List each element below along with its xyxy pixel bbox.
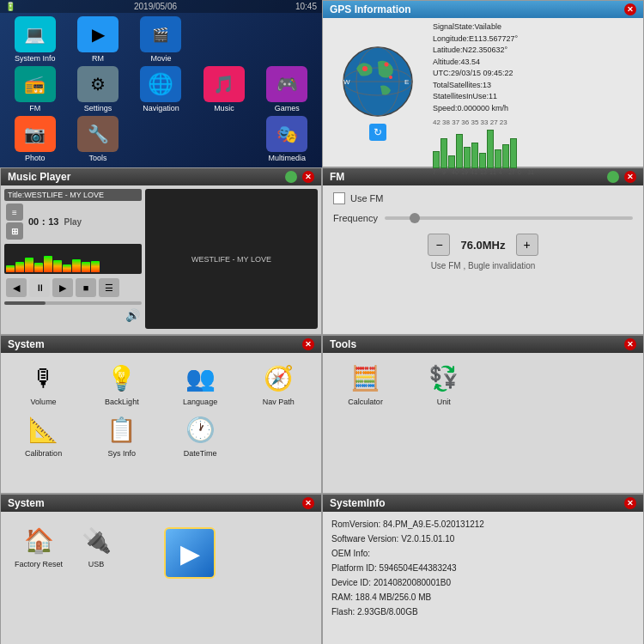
- app-tile-tools[interactable]: 🔧 Tools: [68, 116, 127, 162]
- fm-note-text: Use FM , Bugle invalidation: [333, 261, 633, 270]
- music-volume-icon[interactable]: 🔊: [125, 308, 140, 322]
- music-next-button[interactable]: ▶: [52, 278, 73, 297]
- usb-label: USB: [88, 560, 105, 568]
- gps-bars-scale: 42 38 37 36 35 33 27 23: [433, 118, 640, 128]
- gps-bar-num-0: 7: [433, 168, 441, 178]
- system2-header: System ✕: [1, 495, 321, 512]
- gps-bar-num-4: 41: [471, 168, 479, 178]
- unit-label: Unit: [437, 398, 451, 406]
- sysinfo-title: SystemInfo: [330, 497, 386, 509]
- datetime-label: DateTime: [184, 449, 217, 458]
- gps-close-button[interactable]: ✕: [624, 3, 636, 15]
- fm-decrease-button[interactable]: −: [428, 234, 450, 256]
- eq-bar-4: [44, 256, 52, 272]
- sysinfo-close-button[interactable]: ✕: [624, 497, 636, 509]
- app-tile-empty2: [258, 16, 317, 63]
- gps-panel: GPS Information ✕ W E: [322, 0, 644, 167]
- music-stop-button[interactable]: ■: [76, 278, 96, 297]
- tools-header: Tools ✕: [323, 336, 643, 353]
- backlight-icon: 💡: [102, 358, 142, 398]
- system-close-button[interactable]: ✕: [302, 338, 314, 350]
- usb-icon: 🔌: [76, 520, 116, 560]
- factory-reset-label: Factory Reset: [15, 560, 63, 568]
- system-datetime-item[interactable]: 🕐 DateTime: [163, 410, 238, 458]
- fm-use-checkbox[interactable]: [333, 192, 345, 204]
- settings-tile-icon: ⚙: [77, 66, 118, 102]
- sysinfo-rom-version: RomVersion: 84.PM_A9.E-5.020131212: [331, 517, 635, 532]
- photo-tile-icon: 📷: [15, 116, 56, 152]
- system-volume-item[interactable]: 🎙 Volume: [6, 358, 81, 406]
- fm-frequency-display: 76.0MHz: [460, 239, 505, 252]
- fm-content: Use FM Frequency − 76.0MHz + Use FM , Bu…: [323, 185, 643, 277]
- music-time-row: ≡ ⊞ 00：13 Play: [4, 201, 142, 242]
- svg-point-4: [362, 66, 368, 71]
- fm-slider-thumb: [410, 213, 420, 223]
- music-status-dot: [285, 171, 297, 183]
- app-tile-settings[interactable]: ⚙ Settings: [68, 66, 127, 112]
- fm-tile-icon: 📻: [15, 66, 56, 102]
- datetime-icon: 🕐: [180, 410, 220, 449]
- system-language-item[interactable]: 👥 Language: [163, 358, 238, 406]
- app-tile-multimedia[interactable]: 🎭 Multimedia: [258, 116, 317, 162]
- music-pause-button[interactable]: ⏸: [29, 278, 50, 297]
- sysinfo-oem-info: OEM Info:: [331, 546, 635, 561]
- fm-frequency-row: Frequency: [333, 213, 633, 223]
- tools-tile-label: Tools: [89, 154, 107, 162]
- music-playback-controls: ◀ ⏸ ▶ ■ ☰: [4, 276, 142, 300]
- app-tile-music[interactable]: 🎵 Music: [194, 66, 253, 112]
- system-sysinfo-item[interactable]: 📋 Sys Info: [84, 410, 159, 458]
- app-tile-photo[interactable]: 📷 Photo: [5, 116, 64, 162]
- app-tile-movie[interactable]: 🎬 Movie: [131, 16, 191, 63]
- system-calibration-item[interactable]: 📐 Calibration: [6, 410, 81, 458]
- gps-refresh-row: ↻: [369, 124, 386, 141]
- play-button-tile[interactable]: ▶: [164, 527, 216, 579]
- sysinfo-software-version: Software Version: V2.0.15.01.10: [331, 532, 635, 546]
- music-list-button[interactable]: ☰: [99, 278, 119, 297]
- fm-frequency-slider[interactable]: [385, 216, 633, 220]
- gps-total-satellites: TotalSatellites:13: [433, 80, 640, 92]
- usb-item[interactable]: 🔌 USB: [76, 520, 116, 579]
- svg-text:E: E: [404, 78, 409, 86]
- gps-bar-9: [502, 144, 509, 168]
- factory-reset-item[interactable]: 🏠 Factory Reset: [15, 520, 63, 579]
- music-tile-label: Music: [214, 104, 234, 112]
- volume-label: Volume: [31, 398, 57, 406]
- tools-calculator-item[interactable]: 🧮 Calculator: [328, 358, 403, 406]
- music-eq-bars: [4, 244, 142, 274]
- rm-tile-label: RM: [92, 54, 104, 63]
- music-close-button[interactable]: ✕: [302, 171, 314, 183]
- tools-unit-item[interactable]: 💱 Unit: [406, 358, 481, 406]
- fm-use-row: Use FM: [333, 192, 633, 204]
- eq-bar-1: [15, 262, 24, 272]
- music-progress-fill: [4, 301, 46, 305]
- gps-bar-num-3: 19: [461, 168, 470, 178]
- svg-point-5: [385, 62, 389, 66]
- fm-increase-button[interactable]: +: [516, 234, 538, 256]
- app-tile-empty3: [131, 116, 191, 162]
- system-header: System ✕: [1, 336, 321, 353]
- system-navpath-item[interactable]: 🧭 Nav Path: [241, 358, 316, 406]
- system-backlight-item[interactable]: 💡 BackLight: [84, 358, 159, 406]
- app-tile-games[interactable]: 🎮 Games: [258, 66, 317, 112]
- system2-close-button[interactable]: ✕: [302, 497, 314, 509]
- sysinfo-header: SystemInfo ✕: [323, 495, 643, 512]
- app-tile-rm[interactable]: ▶ RM: [68, 16, 127, 63]
- tools-tile-icon: 🔧: [77, 116, 118, 152]
- sysinfo-text-content: RomVersion: 84.PM_A9.E-5.020131212 Softw…: [323, 512, 643, 624]
- fm-tile-label: FM: [29, 104, 40, 112]
- gps-refresh-button[interactable]: ↻: [369, 124, 386, 141]
- navigation-tile-label: Navigation: [143, 104, 179, 112]
- music-side-btn-2[interactable]: ⊞: [6, 222, 23, 240]
- music-side-btn-1[interactable]: ≡: [6, 204, 23, 221]
- app-tile-sysinfo[interactable]: 💻 System Info: [5, 16, 64, 63]
- music-content: Title:WESTLIFE - MY LOVE ≡ ⊞ 00：13 Play …: [1, 185, 321, 332]
- music-play-state: Play: [64, 217, 82, 227]
- tools-close-button[interactable]: ✕: [624, 338, 636, 350]
- music-progress-bar[interactable]: [4, 301, 142, 305]
- app-tile-fm[interactable]: 📻 FM: [5, 66, 64, 112]
- music-tile-icon: 🎵: [204, 66, 245, 102]
- games-tile-label: Games: [275, 104, 300, 112]
- app-tile-navigation[interactable]: 🌐 Navigation: [131, 66, 191, 112]
- music-prev-button[interactable]: ◀: [6, 278, 27, 297]
- photo-tile-label: Photo: [25, 154, 46, 162]
